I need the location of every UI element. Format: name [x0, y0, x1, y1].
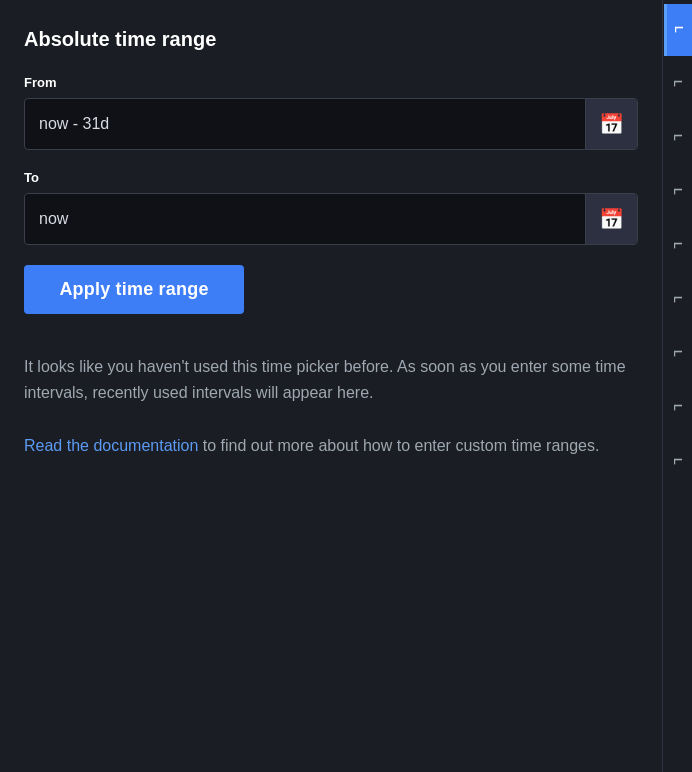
from-input-wrapper: 📅 [24, 98, 638, 150]
sidebar-tab-8[interactable]: L [664, 382, 692, 434]
sidebar-tab-6[interactable]: L [664, 274, 692, 326]
sidebar-tab-7[interactable]: L [664, 328, 692, 380]
sidebar-tab-1[interactable]: L [664, 4, 692, 56]
to-input[interactable] [25, 194, 585, 244]
to-input-wrapper: 📅 [24, 193, 638, 245]
from-input[interactable] [25, 99, 585, 149]
main-panel: Absolute time range From 📅 To 📅 Apply ti… [0, 0, 662, 772]
calendar-icon-to: 📅 [599, 207, 624, 231]
sidebar-tab-9[interactable]: L [664, 436, 692, 488]
info-text-before-link: It looks like you haven't used this time… [24, 358, 626, 401]
to-label: To [24, 170, 638, 185]
info-text-after-link: to find out more about how to enter cust… [198, 437, 599, 454]
calendar-icon: 📅 [599, 112, 624, 136]
sidebar-tab-2[interactable]: L [664, 58, 692, 110]
documentation-link[interactable]: Read the documentation [24, 437, 198, 454]
sidebar-tab-5[interactable]: L [664, 220, 692, 272]
from-label: From [24, 75, 638, 90]
right-sidebar: L L L L L L L L L [662, 0, 692, 772]
from-calendar-button[interactable]: 📅 [585, 99, 637, 149]
sidebar-tab-4[interactable]: L [664, 166, 692, 218]
sidebar-tab-3[interactable]: L [664, 112, 692, 164]
to-calendar-button[interactable]: 📅 [585, 194, 637, 244]
page-title: Absolute time range [24, 28, 638, 51]
info-paragraph: It looks like you haven't used this time… [24, 354, 638, 460]
apply-time-range-button[interactable]: Apply time range [24, 265, 244, 314]
